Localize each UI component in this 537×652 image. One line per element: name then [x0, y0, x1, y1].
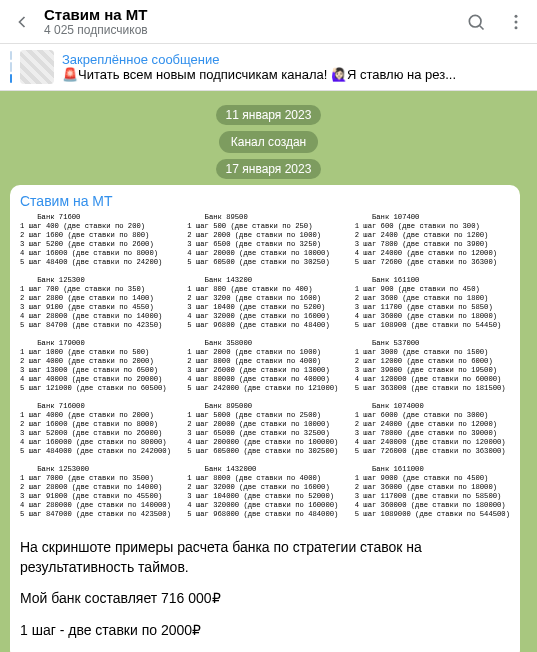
bank-block: Банк 895000 1 шаг 5000 (две ставки по 25…: [187, 402, 340, 465]
svg-line-1: [480, 25, 484, 29]
bank-block: Банк 143200 1 шаг 800 (две ставки по 400…: [187, 276, 340, 339]
pinned-title: Закреплённое сообщение: [62, 52, 527, 67]
bank-block: Банк 1253000 1 шаг 7000 (две ставки по 3…: [20, 465, 173, 528]
message-text: 1 шаг - две ставки по 2000₽: [20, 621, 510, 641]
pinned-preview: 🚨Читать всем новым подписчикам канала! 🙋…: [62, 67, 527, 82]
channel-header: Ставим на МТ 4 025 подписчиков: [0, 0, 537, 44]
pinned-message[interactable]: Закреплённое сообщение 🚨Читать всем новы…: [0, 44, 537, 91]
message-bubble[interactable]: Ставим на МТ Банк 71600 1 шаг 400 (две с…: [10, 185, 520, 652]
more-icon[interactable]: [505, 11, 527, 33]
bank-block: Банк 716000 1 шаг 4000 (две ставки по 20…: [20, 402, 173, 465]
bank-block: Банк 71600 1 шаг 400 (две ставки по 200)…: [20, 213, 173, 276]
channel-title-block[interactable]: Ставим на МТ 4 025 подписчиков: [44, 6, 447, 37]
pinned-thumbnail: [20, 50, 54, 84]
bank-block: Банк 107400 1 шаг 600 (две ставки по 300…: [355, 213, 510, 276]
bank-block: Банк 1611000 1 шаг 9000 (две ставки по 4…: [355, 465, 510, 528]
svg-point-3: [515, 20, 518, 23]
bank-column: Банк 71600 1 шаг 400 (две ставки по 200)…: [20, 213, 173, 528]
pinned-indicator: [10, 51, 12, 83]
message-text: Мой банк составляет 716 000₽: [20, 589, 510, 609]
date-chip: 17 января 2023: [216, 159, 322, 179]
search-icon[interactable]: [465, 11, 487, 33]
pinned-text: Закреплённое сообщение 🚨Читать всем новы…: [62, 52, 527, 82]
message-sender: Ставим на МТ: [20, 193, 510, 209]
bank-column: Банк 89500 1 шаг 500 (две ставки по 250)…: [187, 213, 340, 528]
chat-area: 11 января 2023 Канал создан 17 января 20…: [0, 91, 537, 652]
back-icon[interactable]: [10, 10, 34, 34]
date-chip: 11 января 2023: [216, 105, 322, 125]
svg-point-2: [515, 14, 518, 17]
bank-block: Банк 358000 1 шаг 2000 (две ставки по 10…: [187, 339, 340, 402]
message-body: На скриншоте примеры расчета банка по ст…: [20, 538, 510, 640]
channel-name: Ставим на МТ: [44, 6, 447, 23]
bank-block: Банк 537000 1 шаг 3000 (две ставки по 15…: [355, 339, 510, 402]
message-text: На скриншоте примеры расчета банка по ст…: [20, 538, 510, 577]
bank-block: Банк 1432000 1 шаг 8000 (две ставки по 4…: [187, 465, 340, 528]
bank-block: Банк 89500 1 шаг 500 (две ставки по 250)…: [187, 213, 340, 276]
svg-point-4: [515, 26, 518, 29]
subscriber-count: 4 025 подписчиков: [44, 23, 447, 37]
bank-block: Банк 1074000 1 шаг 6000 (две ставки по 3…: [355, 402, 510, 465]
service-message: Канал создан: [219, 131, 319, 153]
svg-point-0: [469, 15, 481, 27]
bank-column: Банк 107400 1 шаг 600 (две ставки по 300…: [355, 213, 510, 528]
bank-block: Банк 179000 1 шаг 1000 (две ставки по 50…: [20, 339, 173, 402]
bank-block: Банк 125300 1 шаг 700 (две ставки по 350…: [20, 276, 173, 339]
attachment-image[interactable]: Банк 71600 1 шаг 400 (две ставки по 200)…: [20, 213, 510, 528]
bank-block: Банк 161100 1 шаг 900 (две ставки по 450…: [355, 276, 510, 339]
